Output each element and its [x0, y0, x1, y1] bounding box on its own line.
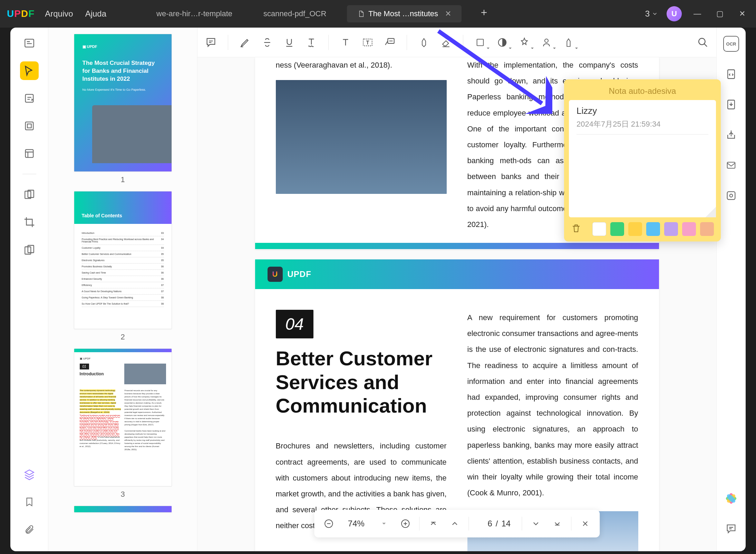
note-tool-icon[interactable] [201, 32, 221, 52]
section-heading: Better Customer Services and Communicati… [276, 347, 447, 417]
eraser-tool-icon[interactable] [436, 32, 456, 52]
svg-rect-11 [477, 39, 484, 46]
tab-1[interactable]: we-are-hir…r-template [146, 5, 243, 22]
textbox-tool-icon[interactable] [358, 32, 378, 52]
svg-rect-21 [727, 192, 735, 200]
squiggly-tool-icon[interactable] [301, 32, 321, 52]
attachment-icon[interactable] [20, 520, 39, 539]
sticker-tool-icon[interactable] [514, 32, 534, 52]
tab-counter[interactable]: 3 [645, 9, 658, 19]
zoom-in-button[interactable] [398, 516, 413, 531]
thumb-page-4[interactable] [74, 506, 172, 513]
thumb-page-2[interactable]: Table of Contents Introduction03 Promoti… [74, 191, 172, 329]
svg-rect-20 [727, 162, 735, 168]
tab-3[interactable]: The Most …nstitutes ✕ [347, 5, 462, 22]
menu-help[interactable]: Ajuda [85, 9, 106, 19]
color-swatch-white[interactable] [592, 222, 606, 236]
trash-icon[interactable] [571, 223, 583, 235]
more-tool-icon[interactable] [559, 32, 579, 52]
svg-rect-3 [27, 124, 31, 128]
color-swatch-green[interactable] [610, 222, 624, 236]
page-tool-icon[interactable] [20, 117, 39, 135]
body-text: ness (Veeraraghavan et al., 2018). [276, 57, 447, 73]
tab-label: we-are-hir…r-template [156, 9, 232, 18]
strikethrough-tool-icon[interactable] [257, 32, 277, 52]
zoom-out-button[interactable] [321, 516, 336, 531]
thumb-page-3[interactable]: ▣ UPDF 01 Introduction The contemporary … [74, 348, 172, 486]
first-page-button[interactable] [426, 516, 441, 531]
ai-assistant-icon[interactable] [722, 489, 740, 508]
email-icon[interactable] [722, 156, 740, 175]
svg-rect-1 [25, 95, 33, 102]
crop-icon[interactable] [20, 213, 39, 231]
page-indicator[interactable]: 6 / 14 [475, 519, 515, 528]
new-tab-button[interactable]: ＋ [479, 5, 489, 22]
form-tool-icon[interactable] [20, 144, 39, 163]
next-page-button[interactable] [528, 516, 543, 531]
underline-tool-icon[interactable] [279, 32, 299, 52]
toc-list: Introduction03 Promoting Best Practice a… [74, 224, 172, 313]
last-page-button[interactable] [550, 516, 565, 531]
zoom-dropdown-icon[interactable] [376, 516, 391, 531]
signature-tool-icon[interactable] [536, 32, 556, 52]
color-swatch-pink[interactable] [682, 222, 696, 236]
convert-icon[interactable] [722, 65, 740, 83]
window-controls: 3 U — ▢ ✕ [645, 6, 749, 21]
left-rail [10, 28, 48, 551]
page-image [276, 80, 447, 194]
section-chip: 04 [276, 310, 313, 338]
prev-page-button[interactable] [447, 516, 462, 531]
cover-subtitle: No More Expenses! It's Time to Go Paperl… [83, 88, 163, 91]
menu-file[interactable]: Arquivo [45, 9, 73, 19]
comment-list-icon[interactable] [722, 520, 740, 538]
tab-2[interactable]: scanned-pdf_OCR [253, 5, 337, 22]
tab-label: scanned-pdf_OCR [263, 9, 326, 18]
shape-tool-icon[interactable] [470, 32, 490, 52]
thumb-page-1[interactable]: ▣ UPDF The Most Crucial Strategy for Ban… [74, 34, 172, 172]
color-swatch-blue[interactable] [646, 222, 660, 236]
bookmark-icon[interactable] [20, 493, 39, 511]
protect-icon[interactable] [722, 186, 740, 205]
svg-rect-0 [25, 39, 34, 47]
color-swatch-orange[interactable] [700, 222, 714, 236]
sticky-title: Nota auto-adesiva [569, 84, 716, 100]
sticky-note[interactable]: Nota auto-adesiva Lizzy 2024年7月25日 21:59… [564, 79, 721, 241]
reader-mode-icon[interactable] [20, 34, 39, 52]
tabs: we-are-hir…r-template scanned-pdf_OCR Th… [146, 5, 645, 22]
color-swatch-yellow[interactable] [628, 222, 642, 236]
organize-icon[interactable] [20, 185, 39, 204]
app-logo: UPDF [7, 8, 35, 19]
highlight-tool-icon[interactable] [235, 32, 255, 52]
text-tool-icon[interactable] [336, 32, 356, 52]
maximize-button[interactable]: ▢ [713, 9, 727, 18]
search-icon[interactable] [693, 32, 713, 52]
comment-tool-icon[interactable] [20, 61, 39, 80]
svg-point-14 [699, 38, 705, 45]
pencil-tool-icon[interactable] [414, 32, 434, 52]
svg-point-22 [730, 194, 733, 197]
share-icon[interactable] [722, 126, 740, 144]
edit-text-icon[interactable] [20, 89, 39, 108]
ocr-icon[interactable]: OCR [722, 34, 740, 53]
avatar[interactable]: U [667, 6, 682, 21]
pdf-page: U UPDF 04 Better Customer Services and C… [255, 259, 659, 551]
close-icon[interactable]: ✕ [445, 9, 451, 18]
svg-point-13 [545, 39, 548, 42]
color-swatch-purple[interactable] [664, 222, 678, 236]
callout-tool-icon[interactable] [380, 32, 400, 52]
titlebar: UPDF Arquivo Ajuda we-are-hir…r-template… [0, 0, 756, 28]
thumbnail-panel: ▣ UPDF The Most Crucial Strategy for Ban… [48, 28, 197, 551]
brand-text: UPDF [288, 269, 311, 279]
tab-label: The Most …nstitutes [368, 9, 438, 18]
zoom-value: 74% [342, 519, 370, 528]
layers-icon[interactable] [20, 465, 39, 484]
svg-rect-2 [25, 122, 33, 130]
save-as-icon[interactable] [722, 95, 740, 114]
close-nav-button[interactable] [578, 516, 593, 531]
svg-rect-4 [25, 150, 33, 158]
compress-icon[interactable] [20, 240, 39, 259]
minimize-button[interactable]: — [690, 9, 704, 18]
thumb-number: 1 [120, 175, 125, 184]
stamp-tool-icon[interactable] [492, 32, 512, 52]
close-button[interactable]: ✕ [735, 9, 749, 18]
